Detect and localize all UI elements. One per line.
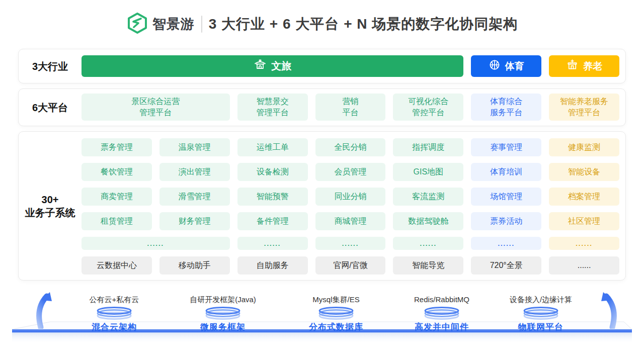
coil-rings-icon: [384, 306, 500, 320]
subsystem-cell: 数据驾驶舱: [393, 212, 463, 230]
section-subsystems: 30+ 业务子系统 票务管理 温泉管理 运维工单 全民分销 指挥调度 赛事管理 …: [18, 131, 626, 281]
basketball-icon: [489, 59, 501, 73]
subsystem-cell: 指挥调度: [393, 138, 463, 156]
subsystems-label-line2: 业务子系统: [25, 206, 75, 219]
industry-tiyu: 体育: [471, 55, 541, 77]
subsystem-cell-ellipsis: ......: [549, 237, 619, 250]
subsystem-cell: 商卖管理: [82, 188, 152, 206]
pavilion-icon: [254, 58, 267, 74]
subsystem-cell: GIS地图: [393, 163, 463, 181]
subsystem-cell-ellipsis: ......: [393, 237, 463, 250]
industry-label: 文旅: [271, 59, 291, 73]
industry-label: 体育: [505, 60, 524, 73]
subsystem-cell: 智能设备: [549, 163, 619, 181]
infra-top-label: 公有云+私有云: [56, 295, 172, 305]
infra-bottom-label: 物联网平台: [483, 321, 599, 333]
subsystem-cell-ellipsis: ......: [315, 237, 386, 250]
platform-card: 智能养老服务 管理平台: [549, 94, 619, 121]
header-divider: [201, 16, 202, 33]
subsystem-cell-ellipsis: ......: [237, 237, 308, 250]
subsystem-cell: 设备检测: [237, 163, 308, 181]
subsystem-cell: 720°全景: [471, 256, 541, 275]
coil-rings-icon: [278, 306, 394, 320]
subsystem-cell: 同业分销: [315, 188, 386, 206]
subsystem-cell: 备件管理: [237, 212, 308, 230]
subsystem-cell: 自助服务: [237, 256, 308, 275]
infra-top-label: 设备接入/边缘计算: [483, 295, 599, 305]
infra-top-label: 自研开发框架(Java): [165, 295, 281, 305]
subsystem-cell: 场馆管理: [471, 188, 541, 206]
subsystem-cell: 租赁管理: [82, 212, 152, 230]
subsystem-cell: 赛事管理: [471, 138, 541, 156]
subsystem-cell: 体育培训: [471, 163, 541, 181]
infra-bottom-label: 混合云架构: [56, 321, 172, 333]
subsystem-cell: 全民分销: [315, 138, 386, 156]
subsystem-cell: 移动助手: [159, 256, 230, 275]
platform-line2: 服务平台: [490, 107, 522, 118]
subsystem-cell: 温泉管理: [159, 138, 230, 156]
platform-card: 营销 平台: [315, 94, 386, 121]
subsystem-cell: 票券活动: [471, 212, 541, 230]
logo: 智景游: [126, 12, 195, 36]
infra-bottom-label: 微服务框架: [165, 321, 281, 333]
platform-line1: 智能养老服务: [560, 96, 608, 107]
platform-line2: 管理平台: [257, 107, 289, 118]
platform-card: 景区综合运营 管理平台: [82, 94, 230, 121]
platform-card: 可视化综合 管控平台: [393, 94, 463, 121]
platform-line1: 营销: [342, 96, 358, 107]
subsystem-cell: 官网/官微: [315, 256, 386, 275]
infra-bottom-label: 高发并中间件: [384, 321, 500, 333]
platform-card: 体育综合 服务平台: [471, 94, 541, 121]
industry-yanglao: 养老: [549, 55, 619, 77]
subsystems-label-line1: 30+: [42, 193, 59, 206]
page-title: 3 大行业 + 6 大平台 + N 场景的数字化协同架构: [209, 15, 518, 34]
infra-bottom-label: 分布式数据库: [278, 321, 394, 333]
industries-label: 3大行业: [19, 49, 82, 83]
up-arrow-right-icon: [597, 292, 619, 331]
coil-rings-icon: [56, 306, 172, 320]
subsystem-cell: ......: [549, 256, 619, 275]
up-arrow-left-icon: [34, 292, 56, 331]
infra-top-label: Redis/RabbitMQ: [384, 295, 500, 305]
subsystem-cell: 运维工单: [237, 138, 308, 156]
subsystem-cell: 档案管理: [549, 188, 619, 206]
industry-label: 养老: [583, 60, 602, 73]
infra-item-hybrid-cloud: 公有云+私有云 混合云架构: [56, 295, 172, 333]
subsystem-cell: 云数据中心: [82, 256, 152, 275]
coil-rings-icon: [165, 306, 281, 320]
infra-item-microservices: 自研开发框架(Java) 微服务框架: [165, 295, 281, 333]
infra-item-iot-platform: 设备接入/边缘计算 物联网平台: [483, 295, 599, 333]
subsystem-cell: 滑雪管理: [159, 188, 230, 206]
infra-item-distributed-db: Mysql集群/ES 分布式数据库: [278, 295, 394, 333]
subsystem-cell: 健康监测: [549, 138, 619, 156]
infra-item-middleware: Redis/RabbitMQ 高发并中间件: [384, 295, 500, 333]
platform-line1: 智慧景交: [257, 96, 289, 107]
platform-line2: 管理平台: [568, 107, 600, 118]
industry-wenlv: 文旅: [82, 55, 463, 77]
subsystems-grid: 票务管理 温泉管理 运维工单 全民分销 指挥调度 赛事管理 健康监测 餐饮管理 …: [82, 138, 619, 274]
logo-hexagon-icon: [126, 12, 148, 36]
platform-line2: 管控平台: [412, 107, 444, 118]
platforms-label: 6大平台: [19, 89, 82, 126]
platform-line1: 景区综合运营: [131, 96, 180, 107]
coil-rings-icon: [483, 306, 599, 320]
subsystem-cell-ellipsis: ......: [471, 237, 541, 250]
platform-line1: 体育综合: [490, 96, 522, 107]
architecture-diagram: 智景游 3 大行业 + 6 大平台 + N 场景的数字化协同架构 3大行业 文旅: [0, 0, 644, 362]
header: 智景游 3 大行业 + 6 大平台 + N 场景的数字化协同架构: [0, 11, 644, 37]
section-industries: 3大行业 文旅: [18, 49, 626, 83]
subsystem-cell: 会员管理: [315, 163, 386, 181]
logo-text: 智景游: [152, 15, 195, 33]
subsystem-cell: 客流监测: [393, 188, 463, 206]
subsystem-cell: 智能预警: [237, 188, 308, 206]
subsystem-cell: 智能导览: [393, 256, 463, 275]
elder-care-icon: [566, 59, 579, 74]
platform-card: 智慧景交 管理平台: [237, 94, 308, 121]
subsystem-cell: 财务管理: [159, 212, 230, 230]
subsystem-cell: 商城管理: [315, 212, 386, 230]
platform-line2: 管理平台: [139, 107, 172, 118]
subsystem-cell: 票务管理: [82, 138, 152, 156]
platform-line1: 可视化综合: [408, 96, 448, 107]
subsystem-cell: 演出管理: [159, 163, 230, 181]
section-platforms: 6大平台 景区综合运营 管理平台 智慧景交 管理平台 营销 平台 可视化综合 管…: [18, 88, 626, 126]
